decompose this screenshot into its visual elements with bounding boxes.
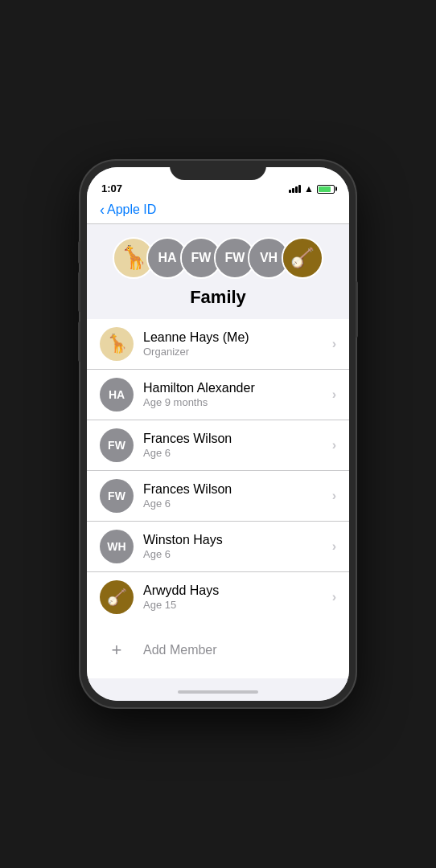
family-title: Family	[190, 287, 246, 308]
home-bar	[178, 690, 258, 694]
notch	[170, 161, 266, 180]
phone-frame: 1:07 ▲ ‹ Apple ID	[80, 161, 356, 707]
member-row-leanne[interactable]: 🦒 Leanne Hays (Me) Organizer ›	[87, 319, 349, 370]
chevron-right-icon: ›	[332, 438, 336, 452]
chevron-left-icon: ‹	[100, 203, 105, 217]
member-detail-leanne: Organizer	[143, 346, 332, 358]
family-avatars: 🦒 HA FW FW VH 🪕	[113, 237, 323, 279]
add-member-label: Add Member	[143, 643, 217, 657]
chevron-right-icon: ›	[332, 489, 336, 503]
chevron-right-icon: ›	[332, 590, 336, 604]
screen: 1:07 ▲ ‹ Apple ID	[87, 167, 349, 701]
add-member-button[interactable]: + Add Member	[87, 622, 349, 678]
volume-up-button	[78, 272, 80, 312]
status-time: 1:07	[101, 182, 122, 194]
battery-fill	[319, 186, 331, 192]
member-row-frances2[interactable]: FW Frances Wilson Age 6 ›	[87, 471, 349, 522]
nav-bar: ‹ Apple ID	[87, 198, 349, 224]
member-name-frances2: Frances Wilson	[143, 482, 332, 497]
member-info-winston: Winston Hays Age 6	[143, 533, 332, 560]
member-info-hamilton: Hamilton Alexander Age 9 months	[143, 381, 332, 408]
member-avatar-frances1: FW	[100, 428, 134, 462]
member-avatar-arwydd: 🪕	[100, 580, 134, 614]
status-icons: ▲	[289, 183, 335, 194]
member-avatar-hamilton: HA	[100, 378, 134, 411]
member-row-frances1[interactable]: FW Frances Wilson Age 6 ›	[87, 420, 349, 471]
member-detail-hamilton: Age 9 months	[143, 396, 332, 408]
member-detail-winston: Age 6	[143, 548, 332, 560]
member-avatar-winston: WH	[100, 530, 134, 563]
member-info-frances2: Frances Wilson Age 6	[143, 482, 332, 510]
member-row-winston[interactable]: WH Winston Hays Age 6 ›	[87, 522, 349, 572]
battery-icon	[317, 185, 335, 194]
member-name-frances1: Frances Wilson	[143, 432, 332, 446]
member-name-winston: Winston Hays	[143, 533, 332, 547]
members-list: 🦒 Leanne Hays (Me) Organizer › HA Hamilt…	[87, 319, 349, 622]
member-detail-frances1: Age 6	[143, 447, 332, 459]
power-button	[356, 281, 358, 338]
member-avatar-leanne: 🦒	[100, 327, 134, 361]
member-name-arwydd: Arwydd Hays	[143, 583, 332, 598]
member-name-hamilton: Hamilton Alexander	[143, 381, 332, 395]
member-info-leanne: Leanne Hays (Me) Organizer	[143, 330, 332, 358]
member-info-frances1: Frances Wilson Age 6	[143, 432, 332, 459]
member-avatar-frances2: FW	[100, 479, 134, 513]
member-info-arwydd: Arwydd Hays Age 15	[143, 583, 332, 611]
wifi-icon: ▲	[304, 183, 314, 194]
main-content: 🦒 HA FW FW VH 🪕	[87, 224, 349, 683]
mute-button	[78, 241, 80, 264]
chevron-right-icon: ›	[332, 337, 336, 351]
chevron-right-icon: ›	[332, 387, 336, 402]
home-indicator	[87, 683, 349, 701]
back-label: Apple ID	[107, 203, 156, 217]
arwydd-avatar-img: 🪕	[283, 239, 322, 277]
member-row-hamilton[interactable]: HA Hamilton Alexander Age 9 months ›	[87, 370, 349, 420]
member-row-arwydd[interactable]: 🪕 Arwydd Hays Age 15 ›	[87, 572, 349, 622]
back-button[interactable]: ‹ Apple ID	[100, 203, 336, 217]
signal-icon	[289, 185, 301, 193]
member-detail-arwydd: Age 15	[143, 599, 332, 611]
member-detail-frances2: Age 6	[143, 497, 332, 510]
member-name-leanne: Leanne Hays (Me)	[143, 330, 332, 345]
chevron-right-icon: ›	[332, 539, 336, 554]
volume-down-button	[78, 321, 80, 362]
add-plus-icon: +	[100, 633, 134, 667]
avatar-arwydd: 🪕	[282, 237, 323, 279]
family-header: 🦒 HA FW FW VH 🪕	[87, 224, 349, 319]
